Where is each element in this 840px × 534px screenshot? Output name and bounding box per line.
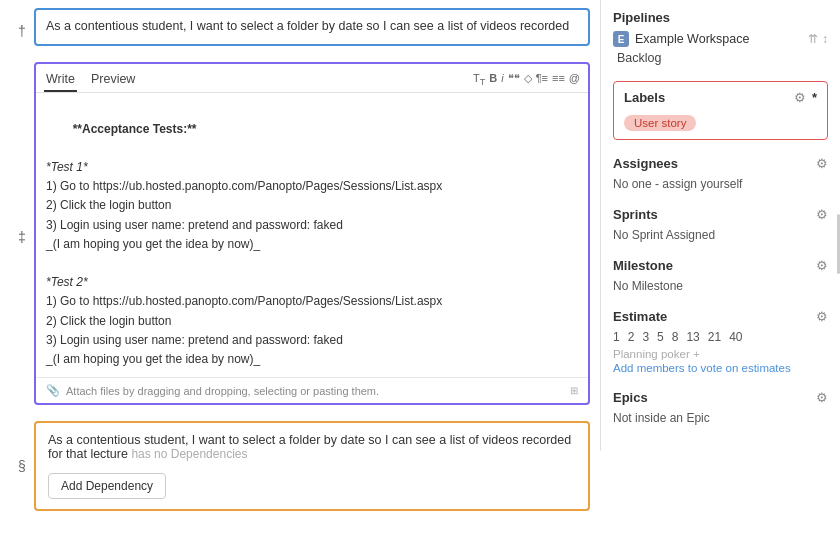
- labels-section: Labels ⚙ * User story: [613, 81, 828, 140]
- sort-icon[interactable]: ↕: [822, 32, 828, 46]
- bottom-card-main-text: As a contentious student, I want to sele…: [48, 433, 571, 461]
- pipeline-name: Example Workspace: [635, 32, 749, 46]
- pipelines-title: Pipelines: [613, 10, 670, 25]
- toolbar-text[interactable]: TT: [473, 72, 485, 87]
- pipeline-item: E Example Workspace ⇈ ↕: [613, 31, 828, 47]
- toolbar-mention[interactable]: @: [569, 72, 580, 87]
- milestone-section: Milestone ⚙ No Milestone: [613, 258, 828, 293]
- estimate-1[interactable]: 1: [613, 330, 620, 344]
- epics-gear-icon[interactable]: ⚙: [816, 390, 828, 405]
- bottom-card-title: As a contentious student, I want to sele…: [48, 433, 576, 461]
- attach-text: Attach files by dragging and dropping, s…: [66, 385, 379, 397]
- estimate-13[interactable]: 13: [686, 330, 699, 344]
- editor-body[interactable]: **Acceptance Tests:** *Test 1* 1) Go to …: [36, 93, 588, 378]
- resize-handle[interactable]: ⊞: [570, 385, 578, 396]
- right-panel: Pipelines E Example Workspace ⇈ ↕ Backlo…: [600, 0, 840, 451]
- milestone-text[interactable]: No Milestone: [613, 279, 828, 293]
- pipelines-section: Pipelines E Example Workspace ⇈ ↕ Backlo…: [613, 10, 828, 65]
- epics-section: Epics ⚙ Not inside an Epic: [613, 390, 828, 425]
- tab-write[interactable]: Write: [44, 68, 77, 92]
- estimate-40[interactable]: 40: [729, 330, 742, 344]
- editor-toolbar: TT B i ❝❝ ◇ ¶≡ ≡≡ @: [473, 72, 580, 87]
- estimate-3[interactable]: 3: [642, 330, 649, 344]
- sprints-title: Sprints: [613, 207, 658, 222]
- add-dependency-button[interactable]: Add Dependency: [48, 473, 166, 499]
- toolbar-list2[interactable]: ≡≡: [552, 72, 565, 87]
- tab-preview[interactable]: Preview: [89, 68, 137, 92]
- pin-icon[interactable]: ⇈: [808, 32, 818, 46]
- add-members-link[interactable]: Add members to vote on estimates: [613, 362, 828, 374]
- top-card-text: As a contentious student, I want to sele…: [46, 19, 569, 33]
- top-card: As a contentious student, I want to sele…: [34, 8, 590, 46]
- labels-gear-icon[interactable]: ⚙: [794, 90, 806, 105]
- planning-poker-label: Planning poker: [613, 348, 690, 360]
- estimate-21[interactable]: 21: [708, 330, 721, 344]
- estimate-8[interactable]: 8: [672, 330, 679, 344]
- editor-section: Write Preview TT B i ❝❝ ◇ ¶≡ ≡≡ @ **Acce…: [34, 62, 590, 406]
- estimate-5[interactable]: 5: [657, 330, 664, 344]
- toolbar-quote[interactable]: ❝❝: [508, 72, 520, 87]
- labels-header: Labels ⚙ *: [624, 90, 817, 105]
- sprints-header: Sprints ⚙: [613, 207, 828, 222]
- estimate-2[interactable]: 2: [628, 330, 635, 344]
- right-panel-wrapper: Pipelines E Example Workspace ⇈ ↕ Backlo…: [600, 0, 840, 534]
- estimate-section: Estimate ⚙ 1 2 3 5 8 13 21 40 Planning p…: [613, 309, 828, 374]
- pipelines-header: Pipelines: [613, 10, 828, 25]
- user-story-badge[interactable]: User story: [624, 115, 696, 131]
- assignees-gear-icon[interactable]: ⚙: [816, 156, 828, 171]
- marker-top: †: [10, 8, 34, 54]
- pipeline-actions: ⇈ ↕: [808, 32, 828, 46]
- editor-footer: 📎 Attach files by dragging and dropping,…: [36, 377, 588, 403]
- sprint-text[interactable]: No Sprint Assigned: [613, 228, 828, 242]
- pipeline-badge: E: [613, 31, 629, 47]
- assignees-title: Assignees: [613, 156, 678, 171]
- marker-middle: ‡: [10, 62, 34, 414]
- planning-poker-plus[interactable]: +: [693, 348, 700, 360]
- marker-bottom: §: [10, 421, 34, 511]
- toolbar-list1[interactable]: ¶≡: [536, 72, 548, 87]
- assignees-section: Assignees ⚙ No one - assign yourself: [613, 156, 828, 191]
- estimate-numbers: 1 2 3 5 8 13 21 40: [613, 330, 828, 344]
- estimate-gear-icon[interactable]: ⚙: [816, 309, 828, 324]
- milestone-title: Milestone: [613, 258, 673, 273]
- labels-title: Labels: [624, 90, 665, 105]
- left-panel: † As a contentious student, I want to se…: [0, 0, 600, 534]
- estimate-title: Estimate: [613, 309, 667, 324]
- labels-asterisk: *: [812, 90, 817, 105]
- editor-tabs-bar: Write Preview TT B i ❝❝ ◇ ¶≡ ≡≡ @: [36, 64, 588, 93]
- assignee-text[interactable]: No one - assign yourself: [613, 177, 828, 191]
- assignees-header: Assignees ⚙: [613, 156, 828, 171]
- milestone-header: Milestone ⚙: [613, 258, 828, 273]
- milestone-gear-icon[interactable]: ⚙: [816, 258, 828, 273]
- epics-text[interactable]: Not inside an Epic: [613, 411, 828, 425]
- sprints-gear-icon[interactable]: ⚙: [816, 207, 828, 222]
- attach-icon: 📎: [46, 384, 60, 397]
- epics-header: Epics ⚙: [613, 390, 828, 405]
- bottom-card-sub-text: has no Dependencies: [131, 447, 247, 461]
- bottom-card: As a contentious student, I want to sele…: [34, 421, 590, 511]
- planning-poker: Planning poker +: [613, 348, 828, 360]
- estimate-header: Estimate ⚙: [613, 309, 828, 324]
- epics-title: Epics: [613, 390, 648, 405]
- backlog-item: Backlog: [613, 51, 828, 65]
- toolbar-bold[interactable]: B: [489, 72, 497, 87]
- sprints-section: Sprints ⚙ No Sprint Assigned: [613, 207, 828, 242]
- toolbar-italic[interactable]: i: [501, 72, 503, 87]
- toolbar-code[interactable]: ◇: [524, 72, 532, 87]
